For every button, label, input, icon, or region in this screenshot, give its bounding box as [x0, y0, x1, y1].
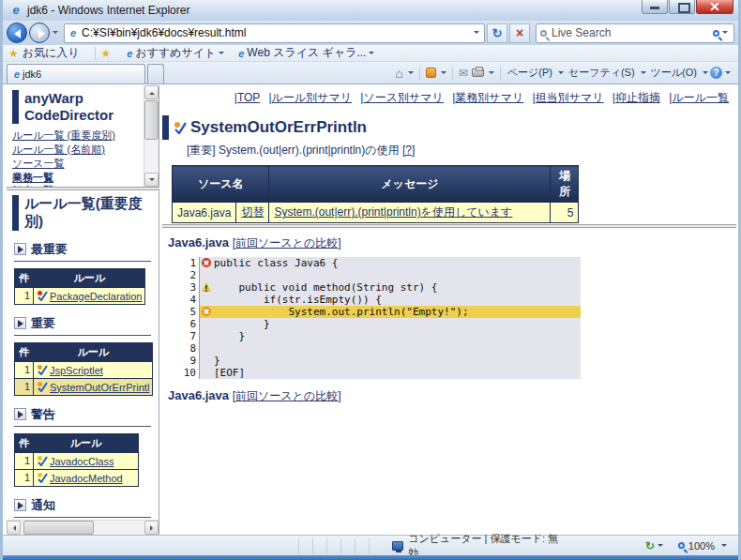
result-row: Java6.java 切替 System.(out|err).(print|pr…: [173, 203, 579, 223]
message-link[interactable]: System.(out|err).(print|println)を使用しています: [274, 205, 512, 219]
zoom-chevron-icon[interactable]: [721, 544, 727, 550]
scroll-left-icon[interactable]: [7, 521, 21, 535]
nav-link-owner-summary[interactable]: 担当別サマリ: [536, 91, 604, 104]
warning-icon[interactable]: [202, 282, 211, 292]
source-frame: Java6.java [前回ソースとの比較] 1 public class Ja…: [162, 228, 736, 535]
add-favorite-star-icon: ★: [101, 47, 112, 60]
safety-menu-chevron-icon[interactable]: [641, 71, 646, 77]
help-icon[interactable]: ?: [710, 67, 722, 79]
source-cell: Java6.java: [173, 203, 236, 223]
result-table: ソース名 メッセージ 場所 Java6.java 切替 System.(out|…: [172, 165, 579, 223]
rule-link[interactable]: JavadocMethod: [50, 473, 123, 484]
error-icon[interactable]: [202, 258, 211, 267]
status-bar: コンピューター | 保護モード: 無効 ↻ 100%: [3, 535, 738, 555]
code-line: 4 if(str.isEmpty()) {: [172, 294, 581, 306]
sidebar-link-rules-by-name[interactable]: ルール一覧 (名前順): [12, 143, 105, 157]
page-icon: e: [68, 27, 79, 38]
print-chevron-icon[interactable]: [489, 71, 494, 77]
address-dropdown-icon[interactable]: [474, 31, 479, 37]
code-line-highlighted: 5 System.out.println("Empty!");: [172, 306, 581, 318]
expand-triangle-icon[interactable]: [14, 408, 26, 420]
web-slice-button[interactable]: e Web スライス ギャラ...: [235, 45, 376, 61]
search-box[interactable]: Live Search: [536, 23, 734, 43]
stop-button[interactable]: ×: [509, 23, 530, 43]
tools-menu[interactable]: ツール(O): [651, 66, 697, 80]
tab-jdk6[interactable]: e jdk6: [7, 64, 145, 83]
rule-link[interactable]: JavadocClass: [50, 456, 113, 467]
source-code-block: 1 public class Java6 { 2 3 public void m…: [172, 257, 581, 379]
search-dropdown-icon[interactable]: [722, 31, 728, 37]
compare-link[interactable]: [前回ソースとの比較]: [233, 389, 341, 402]
expand-triangle-icon[interactable]: [14, 317, 26, 329]
home-icon[interactable]: ⌂: [395, 66, 402, 81]
page-status-button[interactable]: ↻: [645, 539, 665, 552]
rule-icon: [37, 290, 48, 301]
scrollbar-thumb[interactable]: [23, 521, 94, 535]
rule-link[interactable]: PackageDeclaration: [50, 291, 142, 302]
rule-description: [重要] System.(out|err).(print|println)の使用…: [187, 143, 736, 159]
violation-icon[interactable]: [202, 307, 211, 316]
sidebar-link-sources[interactable]: ソース一覧: [12, 157, 65, 171]
rule-help-link[interactable]: [?]: [402, 144, 415, 157]
home-chevron-icon[interactable]: [408, 71, 414, 77]
compare-link[interactable]: [前回ソースとの比較]: [233, 236, 341, 250]
window-title: jdk6 - Windows Internet Explorer: [27, 4, 189, 17]
nav-link-rule-list[interactable]: ルール一覧: [672, 91, 729, 104]
sidebar-link-rules-by-severity[interactable]: ルール一覧 (重要度別): [12, 129, 115, 143]
new-tab-button[interactable]: [147, 64, 164, 83]
sidebar-horizontal-scrollbar[interactable]: [7, 520, 159, 535]
web-slice-icon: e: [235, 48, 247, 59]
sidebar-vertical-scrollbar[interactable]: [144, 85, 159, 187]
search-input[interactable]: Live Search: [552, 26, 713, 39]
suggested-sites-button[interactable]: e おすすめサイト: [124, 45, 226, 61]
safety-menu[interactable]: セーフティ(S): [568, 66, 635, 80]
rule-link[interactable]: SystemOutOrErrPrintl: [50, 382, 149, 393]
recent-pages-chevron-icon[interactable]: [53, 31, 58, 37]
nav-link-suppressed[interactable]: 抑止指摘: [615, 91, 660, 104]
expand-triangle-icon[interactable]: [14, 243, 26, 255]
refresh-button[interactable]: ↻: [487, 23, 507, 43]
code-line: 8: [172, 342, 581, 355]
title-bar[interactable]: e jdk6 - Windows Internet Explorer: [3, 0, 738, 21]
toggle-link[interactable]: 切替: [241, 205, 264, 219]
nav-link-top[interactable]: TOP: [237, 91, 260, 104]
zoom-control[interactable]: 100%: [678, 540, 729, 552]
tools-menu-chevron-icon[interactable]: [703, 71, 708, 77]
nav-link-business-summary[interactable]: 業務別サマリ: [455, 91, 523, 104]
favorites-button[interactable]: ★ お気に入り: [8, 45, 80, 61]
search-go-icon[interactable]: [713, 30, 719, 37]
summary-frame: |TOP |ルール別サマリ |ソース別サマリ |業務別サマリ |担当別サマリ |…: [162, 85, 736, 224]
source-heading-bottom: Java6.java [前回ソースとの比較]: [168, 388, 736, 404]
back-button[interactable]: [7, 23, 27, 43]
nav-link-rule-summary[interactable]: ルール別サマリ: [272, 91, 352, 104]
code-line: 2: [172, 269, 581, 281]
browser-window: e jdk6 - Windows Internet Explorer e C:¥…: [0, 0, 741, 560]
sidebar-link-business[interactable]: 業務一覧: [12, 171, 53, 185]
nav-link-source-summary[interactable]: ソース別サマリ: [363, 91, 443, 104]
table-row: 1 JspScriptlet: [15, 361, 153, 378]
page-menu-chevron-icon[interactable]: [558, 71, 564, 77]
mail-icon[interactable]: ✉: [459, 67, 468, 80]
scroll-right-icon[interactable]: [144, 521, 159, 535]
rss-feed-icon[interactable]: [426, 68, 436, 78]
scrollbar-thumb[interactable]: [144, 100, 159, 140]
add-favorite-button[interactable]: ★: [101, 47, 115, 60]
expand-triangle-icon[interactable]: [14, 499, 26, 511]
rule-link[interactable]: JspScriptlet: [50, 365, 103, 376]
code-line: 9 }: [172, 355, 581, 367]
forward-button[interactable]: [29, 23, 50, 43]
address-url[interactable]: C:¥SI¥bin¥jdk6¥docs¥result.html: [82, 26, 471, 39]
printer-icon[interactable]: [472, 68, 484, 77]
page-menu[interactable]: ページ(P): [507, 66, 552, 80]
source-heading: Java6.java [前回ソースとの比較]: [168, 235, 736, 251]
rss-chevron-icon[interactable]: [441, 71, 446, 77]
close-button[interactable]: [696, 0, 733, 14]
address-bar[interactable]: e C:¥SI¥bin¥jdk6¥docs¥result.html: [64, 23, 485, 43]
help-chevron-icon[interactable]: [725, 71, 731, 77]
scroll-up-icon[interactable]: [144, 85, 159, 99]
scroll-down-icon[interactable]: [144, 173, 159, 187]
page-status-chevron-icon: [658, 544, 663, 550]
maximize-button[interactable]: [669, 0, 695, 14]
minimize-button[interactable]: [642, 0, 668, 14]
col-source: ソース名: [173, 166, 269, 203]
